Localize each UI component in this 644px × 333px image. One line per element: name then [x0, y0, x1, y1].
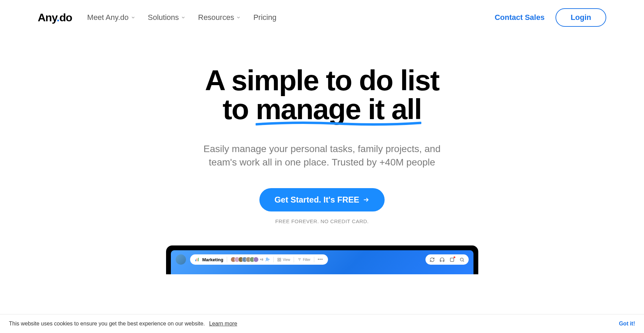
- nav-item-resources[interactable]: Resources: [198, 13, 241, 22]
- login-button[interactable]: Login: [555, 8, 606, 27]
- svg-point-4: [266, 258, 268, 260]
- user-avatar: [176, 254, 186, 265]
- divider: [294, 257, 294, 262]
- cta-label: Get Started. It's FREE: [274, 195, 359, 205]
- nav-item-pricing[interactable]: Pricing: [253, 13, 276, 22]
- hero-subtitle: Easily manage your personal tasks, famil…: [0, 142, 644, 169]
- cookie-text: This website uses cookies to ensure you …: [9, 321, 205, 326]
- nav-label: Meet Any.do: [87, 13, 129, 22]
- hero-title: A simple to do list to manage it all: [0, 66, 644, 124]
- svg-rect-3: [198, 258, 199, 261]
- nav-label: Solutions: [148, 13, 179, 22]
- notification-badge: [454, 256, 455, 258]
- sync-icon[interactable]: [430, 257, 435, 262]
- chevron-down-icon: [131, 15, 136, 20]
- hero-subtitle-line1: Easily manage your personal tasks, famil…: [203, 143, 441, 154]
- toolbar-right: [425, 254, 469, 265]
- view-action[interactable]: View: [277, 257, 290, 262]
- cookie-banner: This website uses cookies to ensure you …: [0, 314, 644, 333]
- hero-section: A simple to do list to manage it all Eas…: [0, 66, 644, 224]
- logo-suffix: do: [59, 11, 72, 24]
- more-members-count: +8: [260, 258, 263, 261]
- underline-decoration: [256, 121, 421, 126]
- avatar-group: +8: [231, 257, 270, 262]
- svg-rect-9: [278, 260, 279, 262]
- hero-title-line2-prefix: to: [223, 93, 256, 125]
- filter-label: Filter: [303, 258, 311, 262]
- svg-rect-1: [195, 260, 196, 261]
- nav-item-solutions[interactable]: Solutions: [148, 13, 186, 22]
- chevron-down-icon: [236, 15, 241, 20]
- filter-icon: [297, 257, 302, 262]
- notification-icon[interactable]: [449, 257, 455, 262]
- nav-left: Any.do Meet Any.do Solutions Resources P…: [38, 11, 277, 24]
- view-label: View: [283, 258, 290, 262]
- svg-point-15: [460, 258, 463, 261]
- view-icon: [277, 257, 281, 262]
- filter-action[interactable]: Filter: [297, 257, 311, 262]
- hero-title-line1: A simple to do list: [205, 64, 439, 96]
- cookie-close-button[interactable]: Got it!: [619, 321, 635, 327]
- hero-subtitle-line2: team's work all in one place. Trusted by…: [209, 157, 435, 168]
- cta-container: Get Started. It's FREE FREE FOREVER. NO …: [0, 188, 644, 224]
- project-pill: Marketing +8 View Filter: [190, 254, 328, 265]
- logo-dot: .: [57, 11, 59, 24]
- nav-item-meet[interactable]: Meet Any.do: [87, 13, 136, 22]
- svg-rect-14: [450, 258, 454, 261]
- svg-rect-2: [197, 259, 197, 261]
- member-avatar: [253, 257, 259, 262]
- get-started-button[interactable]: Get Started. It's FREE: [259, 188, 385, 211]
- app-screen: Marketing +8 View Filter: [171, 250, 473, 274]
- add-member-icon[interactable]: [265, 257, 270, 262]
- arrow-right-icon: [363, 196, 370, 203]
- svg-rect-7: [278, 258, 279, 260]
- project-name: Marketing: [202, 257, 223, 262]
- more-icon[interactable]: •••: [318, 257, 323, 262]
- cookie-content: This website uses cookies to ensure you …: [9, 321, 237, 327]
- chevron-down-icon: [181, 15, 186, 20]
- svg-rect-10: [280, 260, 281, 262]
- hero-title-underlined: manage it all: [256, 95, 421, 124]
- logo-prefix: Any: [38, 11, 57, 24]
- nav-label: Pricing: [253, 13, 276, 22]
- search-icon[interactable]: [459, 257, 465, 262]
- divider: [227, 257, 227, 262]
- nav-right: Contact Sales Login: [495, 8, 606, 27]
- cta-subtext: FREE FOREVER. NO CREDIT CARD.: [0, 218, 644, 224]
- divider: [314, 257, 314, 262]
- nav-label: Resources: [198, 13, 234, 22]
- divider: [273, 257, 274, 262]
- logo[interactable]: Any.do: [38, 11, 72, 24]
- svg-rect-8: [280, 258, 281, 260]
- headphones-icon[interactable]: [440, 257, 445, 262]
- cookie-learn-more-link[interactable]: Learn more: [209, 321, 237, 326]
- nav-items: Meet Any.do Solutions Resources Pricing: [87, 13, 277, 22]
- chart-icon: [195, 257, 199, 262]
- contact-sales-link[interactable]: Contact Sales: [495, 13, 545, 22]
- header: Any.do Meet Any.do Solutions Resources P…: [0, 0, 644, 35]
- app-preview: Marketing +8 View Filter: [166, 245, 478, 274]
- svg-line-16: [463, 261, 464, 262]
